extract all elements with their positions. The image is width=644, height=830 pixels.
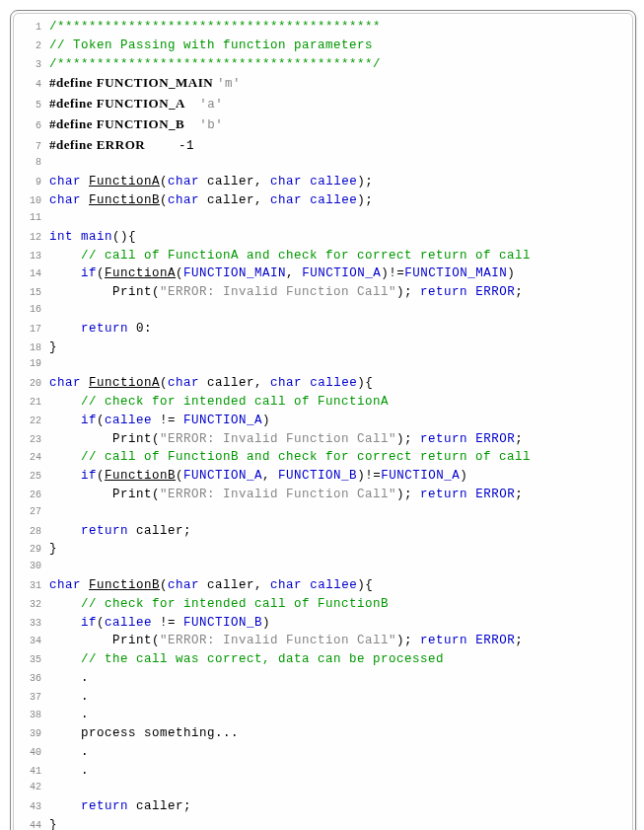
line-number: 5: [14, 98, 49, 113]
code-line: 27: [14, 504, 632, 522]
code-listing: 1/**************************************…: [10, 10, 636, 830]
line-number: 37: [14, 690, 49, 705]
line-number: 16: [14, 302, 49, 317]
code-content: // call of FunctionB and check for corre…: [49, 448, 531, 467]
line-number: 10: [14, 193, 49, 208]
code-content: if(FunctionA(FUNCTION_MAIN, FUNCTION_A)!…: [49, 264, 515, 283]
code-content: // call of FunctionA and check for corre…: [49, 247, 531, 265]
code-line: 39 process something...: [14, 724, 632, 743]
code-line: 37 .: [14, 688, 632, 707]
line-number: 25: [14, 469, 49, 484]
code-line: 17 return 0:: [14, 320, 632, 339]
line-number: 14: [14, 266, 49, 281]
code-line: 9char FunctionA(char caller, char callee…: [14, 173, 632, 191]
code-content: process something...: [49, 724, 239, 743]
line-number: 28: [14, 524, 49, 539]
line-number: 1: [14, 20, 49, 35]
code-content: if(FunctionB(FUNCTION_A, FUNCTION_B)!=FU…: [49, 467, 467, 486]
code-content: }: [49, 540, 57, 559]
line-number: 31: [14, 578, 49, 593]
code-line: 32 // check for intended call of Functio…: [14, 595, 632, 614]
line-number: 11: [14, 210, 49, 225]
code-content: int main(){: [49, 228, 136, 247]
code-line: 2// Token Passing with function paramete…: [14, 37, 632, 55]
code-line: 40 .: [14, 743, 632, 762]
code-content: Print("ERROR: Invalid Function Call"); r…: [49, 430, 523, 449]
code-line: 22 if(callee != FUNCTION_A): [14, 412, 632, 430]
code-content: if(callee != FUNCTION_B): [49, 614, 270, 633]
code-line: 35 // the call was correct, data can be …: [14, 650, 632, 669]
line-number: 38: [14, 708, 49, 722]
code-content: char FunctionA(char caller, char callee)…: [49, 374, 373, 393]
line-number: 36: [14, 671, 49, 686]
line-number: 21: [14, 395, 49, 410]
code-inner: 1/**************************************…: [13, 13, 633, 830]
code-content: #define FUNCTION_B 'b': [49, 114, 223, 135]
code-content: // the call was correct, data can be pro…: [49, 650, 444, 669]
code-content: return caller;: [49, 797, 191, 816]
line-number: 6: [14, 118, 49, 133]
line-number: 24: [14, 450, 49, 465]
line-number: 20: [14, 376, 49, 391]
code-content: #define FUNCTION_MAIN 'm': [49, 73, 241, 94]
line-number: 3: [14, 57, 49, 72]
line-number: 2: [14, 38, 49, 53]
code-line: 41 .: [14, 762, 632, 781]
code-content: if(callee != FUNCTION_A): [49, 412, 270, 430]
line-number: 18: [14, 340, 49, 355]
code-content: Print("ERROR: Invalid Function Call"); r…: [49, 486, 523, 504]
code-line: 13 // call of FunctionA and check for co…: [14, 247, 632, 265]
code-content: Print("ERROR: Invalid Function Call"); r…: [49, 632, 523, 650]
line-number: 29: [14, 542, 49, 557]
code-line: 14 if(FunctionA(FUNCTION_MAIN, FUNCTION_…: [14, 264, 632, 283]
code-content: // check for intended call of FunctionB: [49, 595, 389, 614]
code-content: .: [49, 688, 89, 707]
code-content: /***************************************…: [49, 55, 381, 74]
line-number: 40: [14, 745, 49, 760]
code-line: 18}: [14, 339, 632, 357]
code-line: 5#define FUNCTION_A 'a': [14, 94, 632, 114]
line-number: 32: [14, 597, 49, 612]
line-number: 19: [14, 356, 49, 371]
code-line: 44}: [14, 816, 632, 830]
code-line: 20char FunctionA(char caller, char calle…: [14, 374, 632, 393]
code-line: 15 Print("ERROR: Invalid Function Call")…: [14, 283, 632, 302]
line-number: 41: [14, 764, 49, 779]
code-content: .: [49, 743, 89, 762]
code-line: 25 if(FunctionB(FUNCTION_A, FUNCTION_B)!…: [14, 467, 632, 486]
line-number: 43: [14, 799, 49, 814]
code-content: char FunctionB(char caller, char callee)…: [49, 191, 373, 210]
code-content: char FunctionA(char caller, char callee)…: [49, 173, 373, 191]
line-number: 44: [14, 818, 49, 830]
code-content: return 0:: [49, 320, 152, 339]
code-line: 4#define FUNCTION_MAIN 'm': [14, 73, 632, 94]
code-line: 33 if(callee != FUNCTION_B): [14, 614, 632, 633]
code-content: /***************************************…: [49, 18, 381, 37]
code-line: 11: [14, 210, 632, 228]
line-number: 23: [14, 432, 49, 447]
code-line: 7#define ERROR -1: [14, 135, 632, 156]
code-line: 38 .: [14, 706, 632, 724]
line-number: 9: [14, 175, 49, 189]
code-line: 16: [14, 302, 632, 320]
code-line: 12int main(){: [14, 228, 632, 247]
code-line: 34 Print("ERROR: Invalid Function Call")…: [14, 632, 632, 650]
line-number: 34: [14, 634, 49, 648]
line-number: 17: [14, 322, 49, 337]
code-line: 43 return caller;: [14, 797, 632, 816]
code-content: }: [49, 339, 57, 357]
line-number: 35: [14, 652, 49, 667]
line-number: 30: [14, 559, 49, 573]
code-line: 1/**************************************…: [14, 18, 632, 37]
line-number: 27: [14, 504, 49, 519]
line-number: 7: [14, 139, 49, 154]
line-number: 42: [14, 780, 49, 794]
code-line: 26 Print("ERROR: Invalid Function Call")…: [14, 486, 632, 504]
code-line: 3/**************************************…: [14, 55, 632, 74]
code-content: #define ERROR -1: [49, 135, 194, 156]
code-content: // check for intended call of FunctionA: [49, 393, 389, 412]
code-content: .: [49, 669, 89, 688]
code-line: 24 // call of FunctionB and check for co…: [14, 448, 632, 467]
line-number: 12: [14, 230, 49, 245]
line-number: 15: [14, 285, 49, 300]
